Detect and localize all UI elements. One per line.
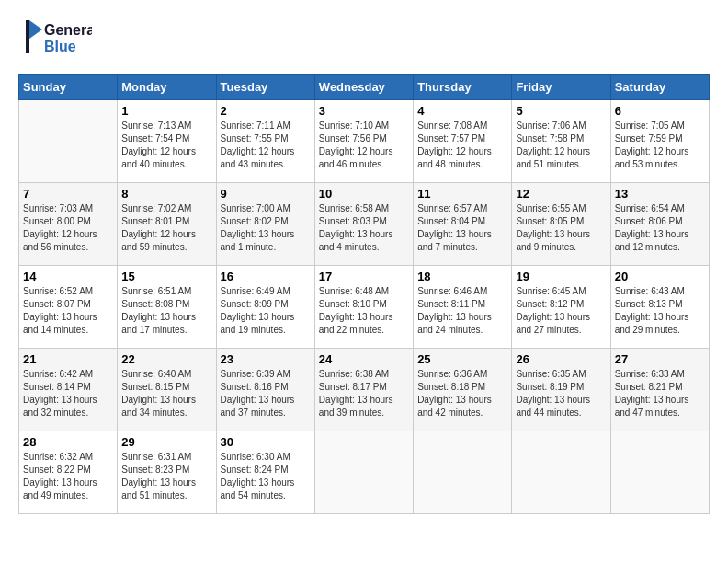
- calendar-cell: 22Sunrise: 6:40 AM Sunset: 8:15 PM Dayli…: [118, 349, 216, 431]
- day-info: Sunrise: 6:36 AM Sunset: 8:18 PM Dayligh…: [417, 368, 507, 419]
- day-number: 27: [615, 352, 705, 366]
- day-info: Sunrise: 6:31 AM Sunset: 8:23 PM Dayligh…: [121, 451, 211, 502]
- day-header-thursday: Thursday: [414, 75, 512, 100]
- calendar-cell: 10Sunrise: 6:58 AM Sunset: 8:03 PM Dayli…: [314, 183, 413, 266]
- page-header: GeneralBlue: [18, 18, 710, 59]
- calendar-cell: 13Sunrise: 6:54 AM Sunset: 8:06 PM Dayli…: [610, 183, 709, 266]
- day-info: Sunrise: 6:32 AM Sunset: 8:22 PM Dayligh…: [23, 451, 113, 502]
- day-info: Sunrise: 6:55 AM Sunset: 8:05 PM Dayligh…: [516, 202, 606, 254]
- calendar-cell: 20Sunrise: 6:43 AM Sunset: 8:13 PM Dayli…: [610, 266, 709, 349]
- day-info: Sunrise: 6:40 AM Sunset: 8:15 PM Dayligh…: [121, 368, 211, 419]
- day-info: Sunrise: 6:54 AM Sunset: 8:06 PM Dayligh…: [615, 202, 705, 254]
- calendar-cell: 2Sunrise: 7:11 AM Sunset: 7:55 PM Daylig…: [216, 100, 314, 183]
- calendar-cell: 15Sunrise: 6:51 AM Sunset: 8:08 PM Dayli…: [118, 266, 216, 349]
- calendar-cell: 19Sunrise: 6:45 AM Sunset: 8:12 PM Dayli…: [512, 266, 610, 349]
- calendar-cell: 4Sunrise: 7:08 AM Sunset: 7:57 PM Daylig…: [414, 100, 512, 183]
- calendar-cell: 6Sunrise: 7:05 AM Sunset: 7:59 PM Daylig…: [610, 100, 709, 183]
- day-header-saturday: Saturday: [610, 75, 709, 100]
- day-number: 15: [121, 270, 211, 283]
- day-number: 4: [417, 104, 507, 118]
- day-info: Sunrise: 6:48 AM Sunset: 8:10 PM Dayligh…: [319, 285, 409, 337]
- day-number: 22: [121, 352, 211, 366]
- day-info: Sunrise: 6:35 AM Sunset: 8:19 PM Dayligh…: [516, 368, 606, 419]
- calendar-cell: 27Sunrise: 6:33 AM Sunset: 8:21 PM Dayli…: [610, 349, 709, 431]
- day-info: Sunrise: 6:52 AM Sunset: 8:07 PM Dayligh…: [23, 285, 113, 337]
- day-info: Sunrise: 7:06 AM Sunset: 7:58 PM Dayligh…: [516, 120, 606, 171]
- calendar-cell: 14Sunrise: 6:52 AM Sunset: 8:07 PM Dayli…: [19, 266, 118, 349]
- day-info: Sunrise: 6:46 AM Sunset: 8:11 PM Dayligh…: [417, 285, 507, 337]
- day-header-friday: Friday: [512, 75, 610, 100]
- day-number: 8: [121, 187, 211, 201]
- day-number: 25: [417, 352, 507, 366]
- day-number: 9: [221, 187, 311, 201]
- day-number: 3: [319, 104, 409, 118]
- day-number: 14: [23, 270, 113, 283]
- day-number: 1: [121, 104, 211, 118]
- day-info: Sunrise: 7:11 AM Sunset: 7:55 PM Dayligh…: [221, 120, 311, 171]
- calendar-cell: 23Sunrise: 6:39 AM Sunset: 8:16 PM Dayli…: [216, 349, 314, 431]
- calendar-week-row: 28Sunrise: 6:32 AM Sunset: 8:22 PM Dayli…: [19, 431, 710, 514]
- calendar-week-row: 21Sunrise: 6:42 AM Sunset: 8:14 PM Dayli…: [19, 349, 710, 431]
- day-header-wednesday: Wednesday: [314, 75, 413, 100]
- calendar-cell: 30Sunrise: 6:30 AM Sunset: 8:24 PM Dayli…: [216, 431, 314, 514]
- calendar-cell: 24Sunrise: 6:38 AM Sunset: 8:17 PM Dayli…: [314, 349, 413, 431]
- calendar-cell: 11Sunrise: 6:57 AM Sunset: 8:04 PM Dayli…: [414, 183, 512, 266]
- day-number: 24: [319, 352, 409, 366]
- logo-svg: GeneralBlue: [18, 18, 92, 59]
- day-header-monday: Monday: [118, 75, 216, 100]
- calendar-cell: 12Sunrise: 6:55 AM Sunset: 8:05 PM Dayli…: [512, 183, 610, 266]
- day-number: 13: [615, 187, 705, 201]
- calendar-cell: 29Sunrise: 6:31 AM Sunset: 8:23 PM Dayli…: [118, 431, 216, 514]
- calendar-cell: 18Sunrise: 6:46 AM Sunset: 8:11 PM Dayli…: [414, 266, 512, 349]
- calendar-cell: [512, 431, 610, 514]
- day-info: Sunrise: 6:33 AM Sunset: 8:21 PM Dayligh…: [615, 368, 705, 419]
- calendar-cell: [314, 431, 413, 514]
- day-number: 7: [23, 187, 113, 201]
- logo: GeneralBlue: [18, 18, 92, 59]
- day-number: 2: [221, 104, 311, 118]
- day-info: Sunrise: 6:43 AM Sunset: 8:13 PM Dayligh…: [615, 285, 705, 337]
- calendar-cell: 26Sunrise: 6:35 AM Sunset: 8:19 PM Dayli…: [512, 349, 610, 431]
- day-info: Sunrise: 7:08 AM Sunset: 7:57 PM Dayligh…: [417, 120, 507, 171]
- calendar-table: SundayMondayTuesdayWednesdayThursdayFrid…: [18, 74, 710, 514]
- calendar-cell: 21Sunrise: 6:42 AM Sunset: 8:14 PM Dayli…: [19, 349, 118, 431]
- day-info: Sunrise: 6:57 AM Sunset: 8:04 PM Dayligh…: [417, 202, 507, 254]
- day-number: 28: [23, 435, 113, 449]
- day-number: 12: [516, 187, 606, 201]
- calendar-week-row: 14Sunrise: 6:52 AM Sunset: 8:07 PM Dayli…: [19, 266, 710, 349]
- calendar-cell: [610, 431, 709, 514]
- day-info: Sunrise: 7:00 AM Sunset: 8:02 PM Dayligh…: [221, 202, 311, 254]
- svg-marker-1: [29, 20, 42, 39]
- day-info: Sunrise: 6:38 AM Sunset: 8:17 PM Dayligh…: [319, 368, 409, 419]
- day-number: 17: [319, 270, 409, 283]
- calendar-week-row: 7Sunrise: 7:03 AM Sunset: 8:00 PM Daylig…: [19, 183, 710, 266]
- calendar-cell: 1Sunrise: 7:13 AM Sunset: 7:54 PM Daylig…: [118, 100, 216, 183]
- day-info: Sunrise: 6:42 AM Sunset: 8:14 PM Dayligh…: [23, 368, 113, 419]
- calendar-cell: 7Sunrise: 7:03 AM Sunset: 8:00 PM Daylig…: [19, 183, 118, 266]
- day-number: 6: [615, 104, 705, 118]
- day-info: Sunrise: 6:58 AM Sunset: 8:03 PM Dayligh…: [319, 202, 409, 254]
- day-info: Sunrise: 6:45 AM Sunset: 8:12 PM Dayligh…: [516, 285, 606, 337]
- day-info: Sunrise: 7:03 AM Sunset: 8:00 PM Dayligh…: [23, 202, 113, 254]
- svg-rect-0: [26, 20, 29, 53]
- calendar-cell: 25Sunrise: 6:36 AM Sunset: 8:18 PM Dayli…: [414, 349, 512, 431]
- day-info: Sunrise: 6:30 AM Sunset: 8:24 PM Dayligh…: [221, 451, 311, 502]
- day-number: 30: [221, 435, 311, 449]
- day-info: Sunrise: 6:49 AM Sunset: 8:09 PM Dayligh…: [221, 285, 311, 337]
- calendar-cell: 9Sunrise: 7:00 AM Sunset: 8:02 PM Daylig…: [216, 183, 314, 266]
- day-number: 21: [23, 352, 113, 366]
- day-number: 11: [417, 187, 507, 201]
- day-info: Sunrise: 6:51 AM Sunset: 8:08 PM Dayligh…: [121, 285, 211, 337]
- day-info: Sunrise: 7:13 AM Sunset: 7:54 PM Dayligh…: [121, 120, 211, 171]
- day-number: 5: [516, 104, 606, 118]
- day-number: 23: [221, 352, 311, 366]
- calendar-week-row: 1Sunrise: 7:13 AM Sunset: 7:54 PM Daylig…: [19, 100, 710, 183]
- svg-text:General: General: [44, 22, 92, 38]
- calendar-cell: 8Sunrise: 7:02 AM Sunset: 8:01 PM Daylig…: [118, 183, 216, 266]
- calendar-cell: [19, 100, 118, 183]
- calendar-cell: 3Sunrise: 7:10 AM Sunset: 7:56 PM Daylig…: [314, 100, 413, 183]
- day-number: 20: [615, 270, 705, 283]
- calendar-cell: [414, 431, 512, 514]
- day-info: Sunrise: 6:39 AM Sunset: 8:16 PM Dayligh…: [221, 368, 311, 419]
- calendar-header-row: SundayMondayTuesdayWednesdayThursdayFrid…: [19, 75, 710, 100]
